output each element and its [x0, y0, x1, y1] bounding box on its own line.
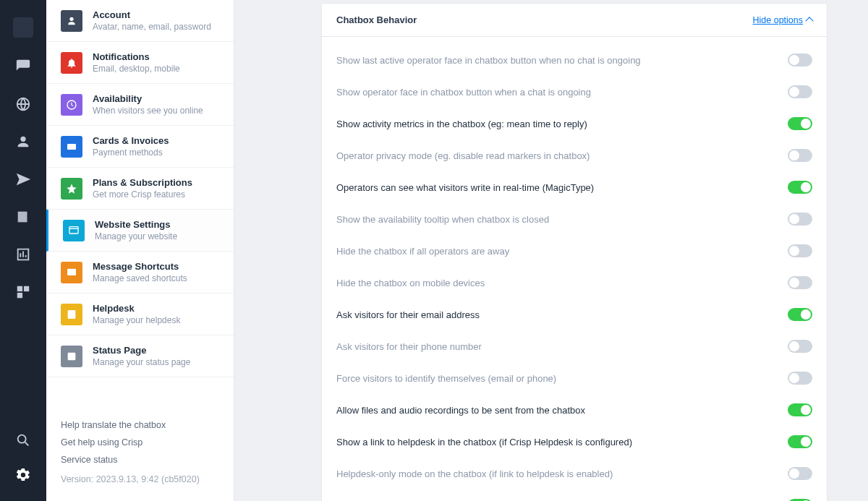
menu-item-subtitle: Payment methods [93, 147, 169, 158]
menu-item-title: Account [93, 9, 211, 20]
settings-content: Chatbox Behavior Hide options Show last … [234, 0, 868, 501]
status-icon [61, 346, 82, 367]
behavior-option-row[interactable]: Ask visitors for their phone number [322, 330, 827, 362]
settings-menu: AccountAvatar, name, email, passwordNoti… [46, 0, 234, 501]
behavior-option-row[interactable]: Show an alert when status reports dead (… [322, 489, 827, 501]
behavior-option-row[interactable]: Hide the chatbox if all operators are aw… [322, 235, 827, 267]
contacts-icon[interactable] [14, 133, 32, 150]
settings-menu-item-status-page[interactable]: Status PageManage your status page [46, 335, 234, 377]
option-label: Operator privacy mode (eg. disable read … [336, 150, 590, 161]
behavior-option-row[interactable]: Allow files and audio recordings to be s… [322, 394, 827, 426]
option-label: Force visitors to identify themselves (e… [336, 373, 556, 384]
behavior-option-row[interactable]: Show last active operator face in chatbo… [322, 44, 827, 76]
app-version: Version: 2023.9.13, 9:42 (cb5f020) [61, 471, 219, 488]
toggle-switch[interactable] [788, 308, 812, 321]
user-icon [61, 10, 82, 32]
settings-footer: Help translate the chatbox Get help usin… [46, 405, 234, 502]
behavior-option-row[interactable]: Helpdesk-only mode on the chatbox (if li… [322, 458, 827, 489]
toggle-switch[interactable] [788, 213, 812, 226]
menu-item-subtitle: Manage saved shortcuts [93, 273, 187, 283]
menu-item-subtitle: Manage your status page [93, 357, 190, 367]
nav-rail [0, 0, 46, 501]
clock-icon [61, 94, 82, 116]
menu-item-subtitle: Get more Crisp features [93, 189, 192, 200]
toggle-switch[interactable] [788, 276, 812, 289]
window-icon [63, 220, 85, 241]
footer-translate-link[interactable]: Help translate the chatbox [61, 416, 219, 434]
settings-menu-item-plans-subscriptions[interactable]: Plans & SubscriptionsGet more Crisp feat… [46, 168, 234, 210]
menu-item-title: Plans & Subscriptions [93, 177, 192, 188]
hide-options-link[interactable]: Hide options [753, 15, 813, 25]
menu-item-title: Cards & Invoices [93, 135, 169, 146]
inbox-icon[interactable] [14, 58, 32, 75]
toggle-switch[interactable] [788, 117, 812, 130]
card-icon [61, 136, 82, 158]
help-icon [61, 304, 82, 325]
search-icon[interactable] [14, 432, 32, 449]
toggle-switch[interactable] [788, 85, 812, 98]
chevron-up-icon [805, 17, 813, 25]
behavior-option-row[interactable]: Show activity metrics in the chatbox (eg… [322, 108, 827, 140]
knowledge-icon[interactable] [14, 208, 32, 226]
settings-gear-icon[interactable] [14, 466, 32, 484]
card-title: Chatbox Behavior [336, 14, 417, 25]
globe-icon[interactable] [14, 95, 32, 113]
option-label: Show operator face in chatbox button whe… [336, 87, 591, 98]
toggle-switch[interactable] [788, 53, 812, 67]
footer-status-link[interactable]: Service status [61, 451, 219, 468]
settings-menu-item-account[interactable]: AccountAvatar, name, email, password [46, 0, 234, 42]
shortcut-icon [61, 262, 82, 283]
option-label: Show last active operator face in chatbo… [336, 55, 641, 66]
card-body: Show last active operator face in chatbo… [322, 37, 827, 501]
settings-menu-item-cards-invoices[interactable]: Cards & InvoicesPayment methods [46, 126, 234, 168]
menu-item-title: Status Page [93, 345, 190, 356]
behavior-option-row[interactable]: Ask visitors for their email address [322, 299, 827, 330]
option-label: Operators can see what visitors write in… [336, 182, 594, 193]
menu-item-title: Message Shortcuts [93, 261, 187, 272]
toggle-switch[interactable] [788, 467, 812, 480]
toggle-switch[interactable] [788, 403, 812, 416]
svg-rect-2 [24, 286, 29, 291]
menu-item-title: Availability [93, 93, 203, 104]
plugins-icon[interactable] [14, 283, 32, 301]
svg-rect-1 [17, 286, 22, 291]
behavior-option-row[interactable]: Show the availability tooltip when chatb… [322, 203, 827, 235]
campaigns-icon[interactable] [14, 171, 32, 188]
settings-menu-item-helpdesk[interactable]: HelpdeskManage your helpdesk [46, 294, 234, 335]
footer-help-link[interactable]: Get help using Crisp [61, 434, 219, 451]
svg-point-4 [18, 435, 26, 443]
toggle-switch[interactable] [788, 435, 812, 448]
toggle-switch[interactable] [788, 372, 812, 385]
behavior-option-row[interactable]: Hide the chatbox on mobile devices [322, 267, 827, 299]
settings-menu-item-availability[interactable]: AvailabilityWhen visitors see you online [46, 84, 234, 126]
option-label: Helpdesk-only mode on the chatbox (if li… [336, 468, 613, 479]
menu-item-subtitle: Email, desktop, mobile [93, 64, 180, 74]
settings-menu-item-message-shortcuts[interactable]: Message ShortcutsManage saved shortcuts [46, 252, 234, 294]
menu-item-title: Notifications [93, 51, 180, 62]
option-label: Hide the chatbox if all operators are aw… [336, 246, 509, 257]
star-icon [61, 178, 82, 200]
option-label: Show a link to helpdesk in the chatbox (… [336, 437, 632, 448]
toggle-switch[interactable] [788, 244, 812, 257]
settings-menu-item-website-settings[interactable]: Website SettingsManage your website [46, 210, 234, 252]
card-header: Chatbox Behavior Hide options [322, 4, 827, 37]
toggle-switch[interactable] [788, 340, 812, 353]
behavior-option-row[interactable]: Show operator face in chatbox button whe… [322, 76, 827, 108]
behavior-option-row[interactable]: Show a link to helpdesk in the chatbox (… [322, 426, 827, 458]
option-label: Show the availability tooltip when chatb… [336, 214, 549, 225]
app-logo [13, 17, 33, 38]
toggle-switch[interactable] [788, 149, 812, 162]
behavior-option-row[interactable]: Operators can see what visitors write in… [322, 171, 827, 203]
menu-item-title: Helpdesk [93, 303, 180, 314]
menu-item-title: Website Settings [95, 219, 177, 230]
analytics-icon[interactable] [14, 246, 32, 263]
option-label: Show activity metrics in the chatbox (eg… [336, 119, 587, 129]
settings-menu-item-notifications[interactable]: NotificationsEmail, desktop, mobile [46, 42, 234, 84]
chatbox-behavior-card: Chatbox Behavior Hide options Show last … [321, 3, 827, 501]
behavior-option-row[interactable]: Operator privacy mode (eg. disable read … [322, 140, 827, 171]
option-label: Hide the chatbox on mobile devices [336, 278, 485, 288]
toggle-switch[interactable] [788, 181, 812, 194]
behavior-option-row[interactable]: Force visitors to identify themselves (e… [322, 362, 827, 394]
option-label: Allow files and audio recordings to be s… [336, 405, 585, 416]
menu-item-subtitle: Manage your helpdesk [93, 315, 180, 325]
